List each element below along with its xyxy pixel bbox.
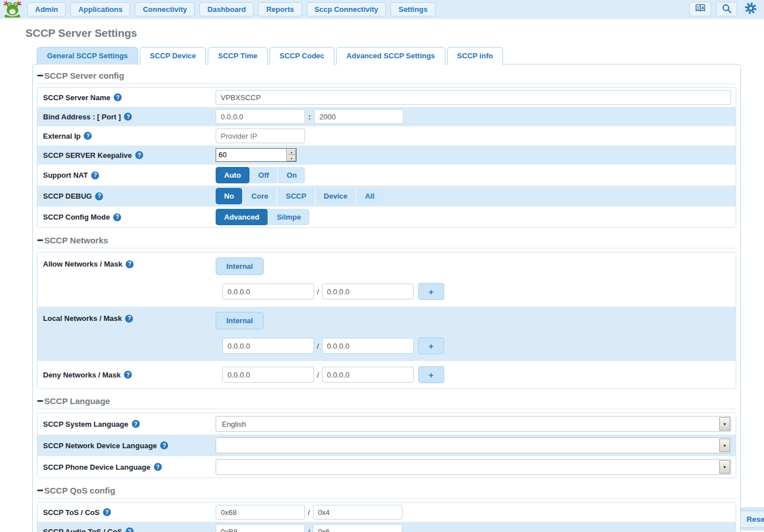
dropdown-arrow-icon[interactable]: ▼ bbox=[719, 460, 730, 474]
allow-internal-button[interactable]: Internal bbox=[216, 258, 264, 275]
debug-option-all[interactable]: All bbox=[357, 188, 383, 204]
help-icon[interactable]: ? bbox=[124, 371, 132, 379]
help-icon[interactable]: ? bbox=[160, 441, 168, 449]
nat-option-off[interactable]: Off bbox=[250, 167, 278, 183]
section-header-networks[interactable]: SCCP Networks bbox=[37, 231, 736, 248]
section-header-qos[interactable]: SCCP QoS config bbox=[37, 482, 736, 499]
tab-general-sccp-settings[interactable]: General SCCP Settings bbox=[37, 47, 138, 65]
help-icon[interactable]: ? bbox=[95, 192, 103, 200]
network-device-language-select[interactable]: ▼ bbox=[216, 437, 731, 453]
tab-sccp-info[interactable]: SCCP info bbox=[447, 47, 503, 65]
sccp-tos-input[interactable] bbox=[216, 505, 305, 520]
phone-device-language-select[interactable]: ▼ bbox=[216, 459, 731, 475]
collapse-icon[interactable] bbox=[37, 400, 43, 402]
network-device-language-label: SCCP Network Device Language bbox=[43, 441, 157, 450]
collapse-icon[interactable] bbox=[37, 239, 43, 241]
keepalive-number-input[interactable]: 60 ▲ ▼ bbox=[216, 148, 297, 162]
config-mode-label: SCCP Config Mode bbox=[43, 213, 110, 221]
row-keepalive: SCCP SERVER Keepalive ? 60 ▲ ▼ bbox=[37, 145, 736, 165]
bind-ip-input[interactable] bbox=[216, 109, 305, 124]
help-icon[interactable]: ? bbox=[126, 527, 134, 532]
section-header-server-config[interactable]: SCCP Server config bbox=[37, 67, 736, 84]
nav-item-sccp-connectivity[interactable]: Sccp Connectivity bbox=[307, 2, 387, 16]
debug-option-sccp[interactable]: SCCP bbox=[277, 188, 315, 204]
add-allow-network-button[interactable]: + bbox=[418, 283, 444, 300]
help-icon[interactable]: ? bbox=[126, 260, 134, 268]
mode-option-silmpe[interactable]: Silmpe bbox=[268, 209, 310, 225]
mode-option-advanced[interactable]: Advanced bbox=[216, 209, 268, 225]
tab-sccp-time[interactable]: SCCP Time bbox=[208, 47, 268, 65]
bind-port-input[interactable] bbox=[314, 109, 404, 124]
help-icon[interactable]: ? bbox=[135, 151, 143, 159]
nav-item-applications[interactable]: Applications bbox=[70, 2, 130, 16]
local-internal-button[interactable]: Internal bbox=[216, 312, 264, 329]
external-ip-input[interactable] bbox=[216, 128, 305, 143]
help-icon[interactable]: ? bbox=[84, 132, 92, 140]
row-bind-address: Bind Address : [ Port ] ? : bbox=[37, 107, 736, 126]
help-icon[interactable]: ? bbox=[132, 420, 140, 428]
debug-option-core[interactable]: Core bbox=[243, 188, 277, 204]
debug-option-no[interactable]: No bbox=[216, 188, 243, 204]
local-mask-input[interactable] bbox=[322, 338, 414, 354]
nat-option-on[interactable]: On bbox=[278, 167, 305, 183]
debug-option-device[interactable]: Device bbox=[315, 188, 357, 204]
help-icon[interactable]: ? bbox=[91, 171, 99, 179]
system-language-select[interactable]: English ▼ bbox=[216, 416, 731, 432]
section-title: SCCP Networks bbox=[44, 235, 108, 245]
nav-item-reports[interactable]: Reports bbox=[258, 2, 302, 16]
main-content: SCCP Server Settings General SCCP Settin… bbox=[0, 27, 764, 532]
tab-sccp-device[interactable]: SCCP Device bbox=[140, 47, 206, 65]
sccp-debug-label-wrap: SCCP DEBUG ? bbox=[43, 192, 216, 200]
section-qos: SCCP ToS / CoS ? / SCCP Audio ToS / CoS … bbox=[37, 502, 736, 532]
nat-option-auto[interactable]: Auto bbox=[216, 167, 250, 183]
section-header-language[interactable]: SCCP Language bbox=[37, 392, 736, 409]
spinner-up-icon[interactable]: ▲ bbox=[287, 149, 296, 155]
audio-tos-label-wrap: SCCP Audio ToS / CoS ? bbox=[43, 527, 216, 532]
nav-item-dashboard[interactable]: Dashboard bbox=[199, 2, 254, 16]
frog-logo-icon[interactable] bbox=[2, 1, 23, 18]
collapse-icon[interactable] bbox=[37, 490, 43, 491]
tab-content: SCCP Server config SCCP Server Name ? Bi… bbox=[32, 64, 741, 532]
help-icon[interactable]: ? bbox=[125, 315, 133, 323]
local-network-input[interactable] bbox=[222, 338, 314, 354]
audio-cos-input[interactable] bbox=[313, 524, 402, 532]
help-icon[interactable]: ? bbox=[114, 93, 122, 101]
spinner-down-icon[interactable]: ▼ bbox=[287, 155, 296, 161]
deny-network-input[interactable] bbox=[222, 367, 314, 383]
language-button[interactable]: A bbox=[689, 2, 711, 16]
config-mode-label-wrap: SCCP Config Mode ? bbox=[43, 213, 216, 221]
slash-separator: / bbox=[308, 508, 310, 517]
dropdown-arrow-icon[interactable]: ▼ bbox=[719, 417, 730, 431]
deny-mask-input[interactable] bbox=[322, 367, 414, 383]
keepalive-value[interactable]: 60 bbox=[216, 149, 286, 161]
collapse-icon[interactable] bbox=[37, 75, 43, 76]
dropdown-arrow-icon[interactable]: ▼ bbox=[719, 439, 730, 452]
search-button[interactable] bbox=[716, 2, 737, 16]
local-networks-label-wrap: Local Networks / Mask ? bbox=[43, 314, 216, 323]
section-title: SCCP Language bbox=[44, 396, 110, 406]
system-language-label: SCCP System Language bbox=[43, 420, 128, 428]
allow-network-input[interactable] bbox=[222, 284, 314, 299]
sccp-cos-input[interactable] bbox=[313, 505, 402, 520]
help-icon[interactable]: ? bbox=[154, 463, 162, 471]
external-ip-label: External Ip bbox=[43, 132, 80, 140]
nav-item-admin[interactable]: Admin bbox=[27, 2, 66, 16]
support-nat-label: Support NAT bbox=[43, 171, 88, 179]
settings-gear-button[interactable] bbox=[742, 1, 759, 18]
tab-advanced-sccp-settings[interactable]: Advanced SCCP Settings bbox=[336, 47, 445, 65]
add-deny-network-button[interactable]: + bbox=[418, 366, 444, 383]
help-icon[interactable]: ? bbox=[113, 213, 121, 221]
allow-mask-input[interactable] bbox=[322, 284, 414, 299]
nav-item-settings[interactable]: Settings bbox=[390, 2, 435, 16]
bind-address-label-wrap: Bind Address : [ Port ] ? bbox=[43, 113, 216, 121]
tab-sccp-codec[interactable]: SCCP Codec bbox=[269, 47, 334, 65]
help-icon[interactable]: ? bbox=[124, 113, 132, 121]
add-local-network-button[interactable]: + bbox=[418, 337, 444, 354]
system-language-label-wrap: SCCP System Language ? bbox=[43, 420, 216, 428]
section-networks: Allow Networks / Mask ? Internal / + bbox=[37, 252, 736, 389]
help-icon[interactable]: ? bbox=[103, 508, 111, 516]
audio-tos-input[interactable] bbox=[216, 524, 305, 532]
server-name-input[interactable] bbox=[216, 90, 731, 105]
sccp-debug-toggle: No Core SCCP Device All bbox=[216, 188, 383, 204]
nav-item-connectivity[interactable]: Connectivity bbox=[135, 2, 195, 16]
